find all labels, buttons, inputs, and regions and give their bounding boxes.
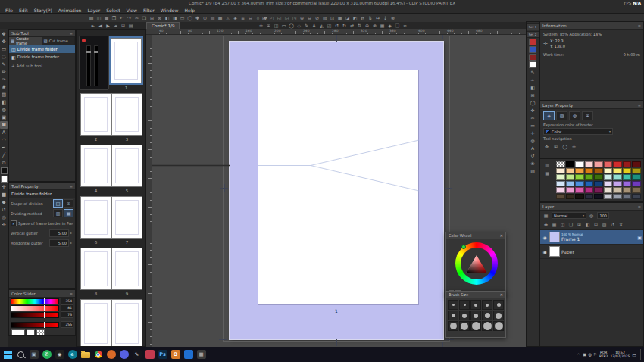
quick-access-item[interactable]: ↺ — [529, 152, 536, 159]
color-swatch[interactable] — [623, 187, 632, 193]
view-icon[interactable]: ◰ — [326, 22, 333, 29]
panel-menu-icon[interactable]: ≡ — [638, 103, 641, 108]
color-swatch[interactable] — [556, 187, 565, 193]
command-icon[interactable]: ▨ — [209, 14, 216, 21]
tray-icon[interactable]: ◍ — [588, 352, 592, 357]
blend-mode-select[interactable]: Normal ▾ — [552, 212, 586, 219]
panel-menu-icon[interactable]: ≡ — [70, 292, 73, 296]
start-button[interactable] — [2, 347, 14, 362]
command-icon[interactable]: ≡ — [239, 14, 246, 21]
color-swatch[interactable] — [566, 194, 575, 200]
color-swatch[interactable] — [604, 181, 613, 187]
view-icon[interactable]: ◇ — [295, 22, 302, 29]
view-icon[interactable]: ⊞ — [120, 22, 127, 29]
color-swatch[interactable] — [623, 174, 632, 180]
brush-size-cell[interactable] — [493, 311, 504, 320]
hue-ring[interactable] — [446, 239, 506, 288]
quick-access-item[interactable]: A — [529, 145, 536, 151]
layer-row[interactable]: ◉100 % NormalFrame 1▣ — [540, 230, 643, 245]
brush-size-cell[interactable] — [459, 300, 470, 310]
view-icon[interactable]: ◯ — [288, 22, 295, 29]
command-icon[interactable]: ↶ — [118, 14, 125, 21]
page-thumbnail[interactable] — [80, 196, 111, 239]
color-swatch[interactable] — [575, 181, 584, 187]
menu-filter[interactable]: Filter — [140, 7, 158, 13]
tool-navigation-icon[interactable]: ✥ — [543, 143, 550, 150]
action-center-icon[interactable]: ▭ — [632, 352, 636, 357]
quick-access-item[interactable]: ⊞ — [529, 92, 536, 98]
menu-file[interactable]: File — [2, 7, 16, 13]
close-icon[interactable]: ✕ — [500, 292, 503, 297]
command-icon[interactable]: ◨ — [171, 14, 178, 21]
slider-value[interactable]: 75 — [61, 311, 73, 318]
page-thumbnail[interactable] — [80, 248, 111, 290]
command-icon[interactable]: ⊙ — [202, 14, 208, 21]
quick-access-item[interactable] — [529, 54, 536, 61]
brush-size-cell[interactable] — [459, 311, 470, 320]
color-swatch[interactable] — [623, 194, 632, 200]
page-thumbnail[interactable] — [111, 38, 142, 83]
command-icon[interactable]: ⇄ — [359, 14, 366, 21]
layer-row[interactable]: ◉Paper — [540, 245, 643, 259]
tool-item[interactable]: ◎ — [0, 214, 8, 221]
color-swatch[interactable] — [604, 168, 613, 174]
tool-item[interactable]: ◌ — [0, 53, 8, 61]
command-icon[interactable]: ▤ — [88, 14, 95, 21]
option-icon-button[interactable]: ▥ — [53, 209, 63, 217]
command-icon[interactable]: ▭ — [179, 14, 186, 21]
color-swatch[interactable] — [575, 168, 584, 174]
color-swatch[interactable] — [566, 174, 575, 180]
clip-studio-icon[interactable]: ✎ — [130, 347, 143, 362]
color-swatch[interactable] — [613, 168, 622, 174]
panel-menu-icon[interactable]: ≡ — [70, 31, 73, 36]
command-icon[interactable]: ▩ — [217, 14, 224, 21]
whatsapp-icon[interactable]: ✆ — [40, 347, 53, 362]
property-value-input[interactable]: 5.00 — [49, 239, 69, 247]
color-swatch[interactable] — [604, 194, 613, 200]
command-icon[interactable]: ⇅ — [367, 14, 374, 21]
task-view-button[interactable]: ▣ — [27, 347, 40, 362]
color-swatch[interactable] — [585, 181, 594, 187]
brush-size-cell[interactable] — [470, 311, 481, 320]
view-icon[interactable]: ↞ — [89, 22, 96, 29]
tool-item[interactable]: ▨ — [0, 91, 8, 98]
command-icon[interactable]: ◯ — [186, 14, 193, 21]
menu-storyp[interactable]: Story(P) — [31, 7, 55, 13]
sub-tool-item[interactable]: ◧Divide frame border — [9, 53, 75, 61]
layer-command-icon[interactable]: ❏ — [567, 221, 574, 228]
command-icon[interactable]: ◱ — [276, 14, 283, 21]
command-icon[interactable]: ◫ — [95, 14, 102, 21]
tool-item[interactable]: ✏ — [0, 68, 8, 76]
tool-item[interactable]: ↺ — [0, 206, 8, 214]
slider-bar[interactable] — [94, 45, 98, 86]
transparent-color-swatch[interactable] — [36, 329, 45, 335]
color-swatch[interactable] — [556, 174, 565, 180]
tool-item[interactable]: ✒ — [0, 144, 8, 151]
command-icon[interactable]: ⊖ — [306, 14, 313, 21]
color-swatch[interactable] — [613, 181, 622, 187]
canvas-tab[interactable]: Comic* 1/9 — [146, 22, 180, 29]
page-thumbnail[interactable] — [111, 248, 142, 290]
tray-icon[interactable]: ⚐ — [593, 352, 597, 357]
view-icon[interactable]: ❏ — [394, 22, 401, 29]
sub-tool-tab[interactable]: ▨Cut frame — [42, 37, 76, 45]
view-icon[interactable]: ▭ — [280, 22, 287, 29]
firefox-icon[interactable] — [105, 347, 117, 362]
tool-item[interactable]: ⊙ — [0, 159, 8, 167]
slider-knob[interactable] — [44, 298, 45, 304]
color-swatch[interactable] — [613, 174, 622, 180]
view-icon[interactable]: A — [311, 22, 317, 29]
layer-panel-header[interactable]: Layer ≡ — [540, 203, 643, 211]
color-set-tab-icon[interactable]: ▦ — [544, 170, 551, 176]
command-icon[interactable]: ◧ — [164, 14, 170, 21]
sub-color-swatch[interactable] — [27, 329, 35, 335]
brush-size-header[interactable]: Brush Size ✕ — [446, 292, 505, 298]
view-icon[interactable]: ◈ — [386, 22, 393, 29]
option-icon-button[interactable]: ▤ — [64, 209, 73, 217]
quick-access-item[interactable]: ❀ — [529, 160, 536, 167]
quick-access-item[interactable]: ▭ — [529, 122, 536, 129]
command-icon[interactable]: ◍ — [321, 14, 328, 21]
color-swatch[interactable] — [632, 174, 641, 180]
command-icon[interactable]: ⊠ — [156, 14, 163, 21]
command-icon[interactable]: ◬ — [224, 14, 231, 21]
